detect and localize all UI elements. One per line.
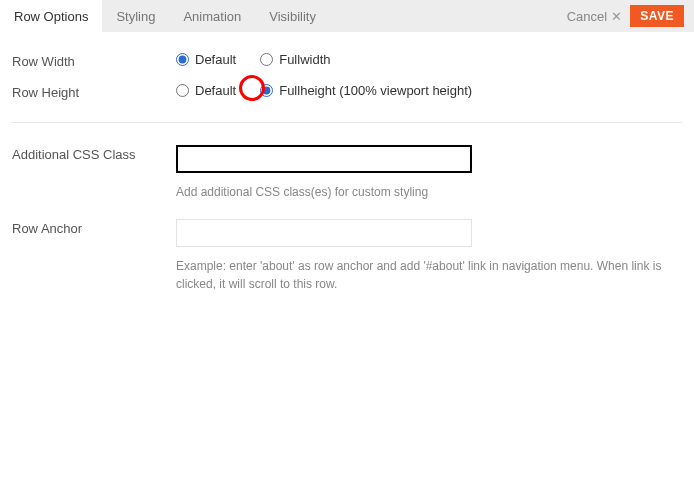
css-class-input[interactable] (176, 145, 472, 173)
row-height-default-radio[interactable] (176, 84, 189, 97)
field-row-anchor: Row Anchor Example: enter 'about' as row… (12, 219, 682, 293)
separator (12, 122, 682, 123)
row-height-fullheight-radio[interactable] (260, 84, 273, 97)
row-height-radio-group: Default Fullheight (100% viewport height… (176, 83, 682, 98)
header-actions: Cancel ✕ SAVE (330, 0, 694, 32)
radio-label: Default (195, 83, 236, 98)
close-icon: ✕ (611, 9, 622, 24)
dialog-body: Row Width Default Fullwidth Row Height D… (0, 32, 694, 319)
dialog-header: Row Options Styling Animation Visibility… (0, 0, 694, 32)
cancel-button[interactable]: Cancel ✕ (567, 9, 622, 24)
field-row-width: Row Width Default Fullwidth (12, 52, 682, 69)
field-help: Example: enter 'about' as row anchor and… (176, 257, 676, 293)
radio-label: Fullheight (100% viewport height) (279, 83, 472, 98)
field-label: Row Height (12, 83, 176, 100)
tab-visibility[interactable]: Visibility (255, 0, 330, 32)
row-width-default-radio[interactable] (176, 53, 189, 66)
row-width-radio-group: Default Fullwidth (176, 52, 682, 67)
field-label: Row Anchor (12, 219, 176, 236)
field-input: Add additional CSS class(es) for custom … (176, 145, 682, 201)
radio-label: Fullwidth (279, 52, 330, 67)
save-button[interactable]: SAVE (630, 5, 684, 27)
field-input: Default Fullwidth (176, 52, 682, 67)
row-width-fullwidth-radio[interactable] (260, 53, 273, 66)
radio-label: Default (195, 52, 236, 67)
field-row-height: Row Height Default Fullheight (100% view… (12, 83, 682, 100)
tab-animation[interactable]: Animation (169, 0, 255, 32)
tab-label: Styling (116, 9, 155, 24)
field-input: Example: enter 'about' as row anchor and… (176, 219, 682, 293)
tab-row-options[interactable]: Row Options (0, 0, 102, 32)
field-help: Add additional CSS class(es) for custom … (176, 183, 676, 201)
tab-bar: Row Options Styling Animation Visibility (0, 0, 330, 32)
field-css-class: Additional CSS Class Add additional CSS … (12, 145, 682, 201)
tab-label: Animation (183, 9, 241, 24)
row-width-default[interactable]: Default (176, 52, 236, 67)
row-height-default[interactable]: Default (176, 83, 236, 98)
tab-label: Row Options (14, 9, 88, 24)
row-height-fullheight[interactable]: Fullheight (100% viewport height) (260, 83, 472, 98)
cancel-label: Cancel (567, 9, 607, 24)
field-input: Default Fullheight (100% viewport height… (176, 83, 682, 98)
field-label: Row Width (12, 52, 176, 69)
row-anchor-input[interactable] (176, 219, 472, 247)
tab-label: Visibility (269, 9, 316, 24)
tab-styling[interactable]: Styling (102, 0, 169, 32)
save-label: SAVE (640, 9, 674, 23)
row-width-fullwidth[interactable]: Fullwidth (260, 52, 330, 67)
field-label: Additional CSS Class (12, 145, 176, 162)
